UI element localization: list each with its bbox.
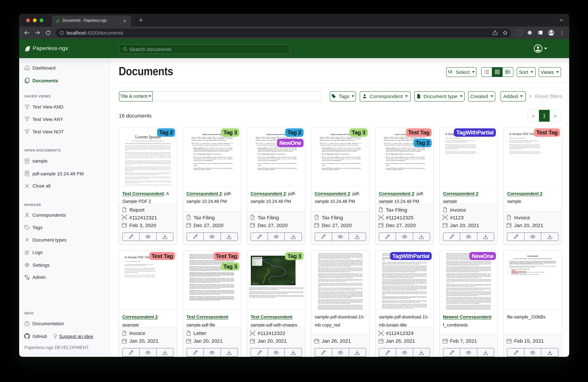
svg-text:▲: ▲ [292,281,294,283]
svg-text:Day1: Day1 [254,262,256,263]
svg-text:Google Earth: Google Earth [253,283,258,284]
svg-text:Day3: Day3 [254,264,256,265]
svg-text:Boundary Waters Trip: Boundary Waters Trip [253,258,264,259]
svg-text:Legend: Legend [253,261,255,262]
svg-text:10 days 1 canoe: 10 days 1 canoe [253,260,258,260]
svg-text:Day2: Day2 [254,263,256,264]
